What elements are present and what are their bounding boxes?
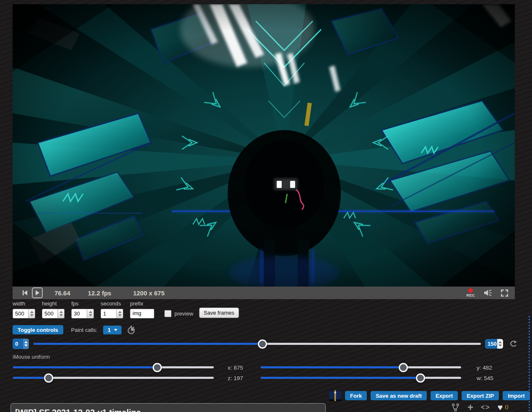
preview-checkbox[interactable] [164,310,171,317]
edge-scroll-dots [529,316,530,412]
imouse-uniform-label: iMouse uniform [13,354,50,360]
imouse-x-fill [13,366,157,368]
shader-title-input[interactable] [10,403,326,412]
record-label: REC [466,294,475,297]
play-button[interactable] [32,287,43,298]
branch-icon[interactable] [452,403,459,412]
height-spinner[interactable] [57,309,64,318]
imouse-x-thumb[interactable] [153,363,162,372]
loop-icon[interactable] [509,340,518,347]
playback-resolution: 1200 x 675 [133,289,164,297]
playback-fps: 12.2 fps [88,289,112,297]
imouse-y-value: y: 482 [477,365,492,371]
height-field: height [42,300,65,318]
seconds-label: seconds [101,300,123,307]
record-dot-icon [468,288,473,293]
imouse-x-slider[interactable] [13,366,214,368]
timeline-start-spinner[interactable] [23,339,29,349]
volume-icon[interactable] [483,289,493,297]
toggle-controls-button[interactable]: Toggle controls [13,325,63,334]
imouse-x-value: x: 875 [228,365,243,371]
paint-calls-select[interactable]: 1 [103,326,122,334]
like-count: 0 [505,403,509,412]
imouse-z-value: z: 197 [228,375,243,381]
skip-to-start-icon[interactable] [22,289,29,296]
timeline-start-input[interactable]: 0 [13,339,29,349]
imouse-z-fill [13,377,49,379]
seconds-spinner[interactable] [116,309,123,318]
timeline-slider[interactable] [34,343,481,345]
width-field: width [13,300,35,318]
preview-group: preview [164,310,193,317]
height-label: height [42,300,65,307]
timeline-end-value: 150 [485,339,497,349]
imouse-w-slider[interactable] [261,377,461,379]
paint-calls-label: Paint calls: [71,327,98,333]
width-spinner[interactable] [28,309,35,318]
social-row: + <> ♥ 0 [452,402,509,412]
user-avatar[interactable] [329,390,341,401]
capture-settings-row: width height fps seconds [13,300,239,318]
code-icon[interactable]: <> [481,404,490,411]
prefix-label: prefix [130,300,154,307]
height-input[interactable] [42,309,57,318]
width-input[interactable] [13,309,28,318]
add-icon[interactable]: + [467,403,473,412]
timeline-slider-thumb[interactable] [258,339,267,349]
imouse-w-thumb[interactable] [416,373,425,383]
record-button[interactable]: REC [466,288,475,297]
paint-calls-value: 1 [108,327,111,333]
fork-button[interactable]: Fork [345,391,367,400]
playbar-right-group: REC [466,288,508,297]
prefix-input[interactable] [130,309,154,316]
export-button[interactable]: Export [431,391,458,400]
imouse-y-thumb[interactable] [399,363,408,372]
save-as-new-draft-button[interactable]: Save as new draft [371,391,427,400]
preview-label: preview [174,310,193,317]
shader-canvas[interactable] [13,4,515,287]
shader-tool-page: 76.64 12.2 fps 1200 x 675 REC width [0,0,532,412]
imouse-w-value: w: 545 [477,375,493,381]
timeline-start-value: 0 [13,339,23,349]
actions-row: Fork Save as new draft Export Export ZIP… [329,390,530,401]
imouse-y-fill [261,366,403,368]
imouse-y-slider[interactable] [261,366,461,368]
width-label: width [13,300,35,307]
timeline-slider-fill [34,343,262,345]
export-zip-button[interactable]: Export ZIP [462,391,499,400]
seconds-input[interactable] [101,309,116,318]
timeline-end-spinner[interactable] [497,339,503,349]
fps-input[interactable] [72,309,87,318]
imouse-w-fill [261,377,420,379]
stopwatch-icon[interactable] [127,326,135,334]
playback-bar: 76.64 12.2 fps 1200 x 675 REC [13,287,515,299]
playback-time: 76.64 [54,289,70,297]
controls-row: Toggle controls Paint calls: 1 [13,325,135,334]
chevron-down-icon [114,329,117,331]
shader-artwork [13,4,515,287]
seconds-field: seconds [101,300,123,318]
timeline-row: 0 150 [13,338,516,349]
import-button[interactable]: Import [503,391,529,400]
play-icon [35,290,39,295]
imouse-z-slider[interactable] [13,377,214,379]
save-frames-button[interactable]: Save frames [199,308,239,318]
fullscreen-icon[interactable] [501,289,508,297]
fps-spinner[interactable] [87,309,93,318]
imouse-z-thumb[interactable] [44,373,53,383]
prefix-field: prefix [130,300,154,318]
fps-label: fps [71,300,94,307]
heart-icon[interactable]: ♥ [498,403,503,412]
fps-field: fps [71,300,94,318]
timeline-end-input[interactable]: 150 [485,339,503,349]
